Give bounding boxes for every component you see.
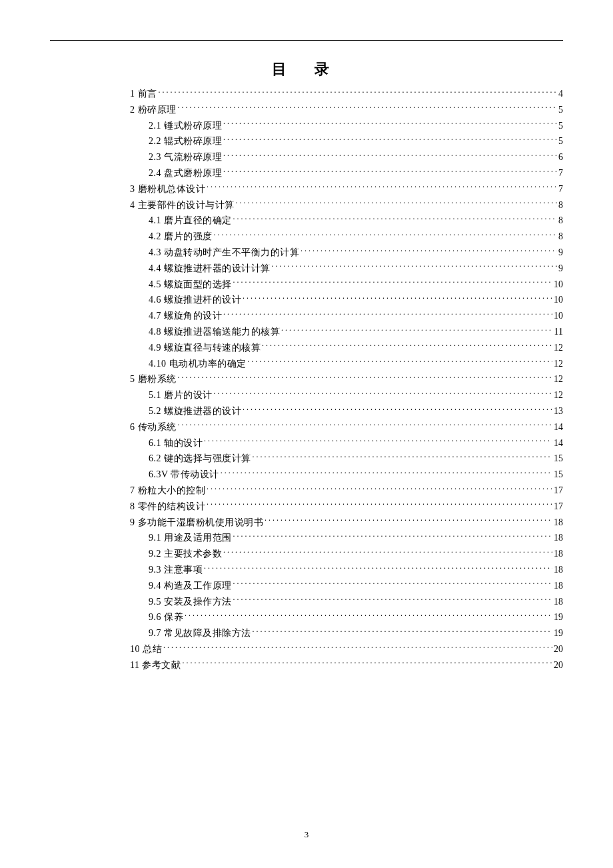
toc-leader-dots [207, 183, 557, 192]
toc-entry[interactable]: 4.10 电动机功率的确定12 [130, 356, 563, 372]
toc-leader-dots [223, 135, 557, 144]
toc-entry[interactable]: 2.1 锤式粉碎原理5 [130, 118, 563, 134]
toc-entry[interactable]: 4.9 螺旋直径与转速的核算12 [130, 340, 563, 356]
toc-entry-page: 14 [554, 419, 563, 435]
toc-leader-dots [163, 643, 552, 652]
page-number: 3 [0, 829, 613, 840]
toc-entry[interactable]: 2.3 气流粉碎原理6 [130, 149, 563, 165]
toc-entry[interactable]: 6 传动系统14 [130, 419, 563, 435]
toc-entry[interactable]: 9.3 注意事项18 [130, 562, 563, 578]
toc-entry-label: 3 磨粉机总体设计 [130, 181, 205, 197]
toc-leader-dots [253, 627, 553, 636]
toc-entry[interactable]: 9.7 常见故障及排除方法19 [130, 625, 563, 641]
toc-entry[interactable]: 9.6 保养19 [130, 609, 563, 625]
toc-leader-dots [265, 516, 552, 525]
toc-leader-dots [223, 167, 557, 176]
toc-entry-label: 9.7 常见故障及排除方法 [149, 625, 251, 641]
toc-entry[interactable]: 9.4 构造及工作原理18 [130, 578, 563, 594]
toc-entry[interactable]: 4.4 螺旋推进杆器的设计计算9 [130, 261, 563, 277]
toc-entry[interactable]: 9.5 安装及操作方法18 [130, 594, 563, 610]
toc-entry-label: 2.4 盘式磨粉原理 [149, 165, 222, 181]
toc-entry-label: 4.2 磨片的强度 [149, 229, 213, 245]
toc-leader-dots [236, 199, 558, 208]
toc-entry[interactable]: 4.1 磨片直径的确定8 [130, 213, 563, 229]
toc-leader-dots [204, 437, 552, 446]
toc-entry[interactable]: 11 参考文献20 [130, 657, 563, 673]
toc-entry-label: 2.3 气流粉碎原理 [149, 149, 222, 165]
toc-entry-page: 7 [558, 181, 563, 197]
toc-entry-page: 5 [558, 102, 563, 118]
toc-leader-dots [223, 309, 552, 319]
toc-entry-page: 18 [554, 578, 563, 594]
toc-leader-dots [243, 293, 552, 303]
toc-leader-dots [214, 389, 553, 398]
toc-leader-dots [281, 325, 553, 335]
toc-entry[interactable]: 4.2 磨片的强度8 [130, 229, 563, 245]
toc-entry[interactable]: 10 总结20 [130, 641, 563, 657]
toc-entry[interactable]: 9 多功能干湿磨粉机使用说明书18 [130, 515, 563, 531]
toc-entry-label: 4.4 螺旋推进杆器的设计计算 [149, 261, 271, 277]
toc-entry[interactable]: 3 磨粉机总体设计7 [130, 181, 563, 197]
toc-entry[interactable]: 4.3 动盘转动时产生不平衡力的计算9 [130, 245, 563, 261]
toc-entry[interactable]: 2 粉碎原理5 [130, 102, 563, 118]
toc-leader-dots [233, 579, 553, 589]
toc-entry-page: 11 [554, 324, 563, 340]
toc-entry-label: 4.9 螺旋直径与转速的核算 [149, 340, 261, 356]
toc-entry[interactable]: 8 零件的结构设计17 [130, 499, 563, 515]
toc-entry[interactable]: 5.2 螺旋推进器的设计13 [130, 403, 563, 419]
toc-entry-label: 9.1 用途及适用范围 [149, 530, 232, 546]
toc-entry-page: 15 [554, 451, 563, 467]
toc-entry[interactable]: 6.1 轴的设计14 [130, 435, 563, 451]
toc-entry-page: 10 [554, 277, 563, 293]
toc-entry-label: 9.3 注意事项 [149, 562, 203, 578]
toc-entry[interactable]: 5.1 磨片的设计12 [130, 387, 563, 403]
toc-entry-page: 5 [558, 133, 563, 149]
toc-entry-label: 4.10 电动机功率的确定 [149, 356, 247, 372]
document-page: 目 录 1 前言42 粉碎原理52.1 锤式粉碎原理52.2 辊式粉碎原理52.… [0, 0, 613, 673]
toc-entry[interactable]: 1 前言4 [130, 86, 563, 102]
toc-entry-page: 10 [554, 308, 563, 324]
toc-entry[interactable]: 6.2 键的选择与强度计算15 [130, 451, 563, 467]
toc-entry-page: 18 [554, 546, 563, 562]
toc-entry-label: 11 参考文献 [130, 657, 181, 673]
toc-entry[interactable]: 4.8 螺旋推进器输送能力的核算11 [130, 324, 563, 340]
toc-leader-dots [178, 421, 553, 430]
toc-entry[interactable]: 4.7 螺旋角的设计10 [130, 308, 563, 324]
toc-entry[interactable]: 6.3V 带传动设计15 [130, 467, 563, 483]
toc-leader-dots [253, 452, 553, 461]
toc-entry-page: 12 [554, 371, 563, 387]
toc-entry[interactable]: 7 粉粒大小的控制17 [130, 483, 563, 499]
toc-entry[interactable]: 4.6 螺旋推进杆的设计10 [130, 292, 563, 308]
toc-entry-page: 12 [554, 340, 563, 356]
header-rule [50, 40, 563, 41]
toc-leader-dots [301, 246, 557, 255]
toc-entry[interactable]: 2.2 辊式粉碎原理5 [130, 133, 563, 149]
toc-entry-label: 6.3V 带传动设计 [149, 467, 219, 483]
toc-leader-dots [207, 484, 552, 493]
toc-entry[interactable]: 2.4 盘式磨粉原理7 [130, 165, 563, 181]
toc-entry[interactable]: 4 主要部件的设计与计算8 [130, 197, 563, 213]
toc-entry[interactable]: 4.5 螺旋面型的选择10 [130, 277, 563, 293]
toc-entry[interactable]: 9.1 用途及适用范围18 [130, 530, 563, 546]
toc-entry-page: 5 [558, 118, 563, 134]
toc-entry-label: 4.7 螺旋角的设计 [149, 308, 222, 324]
toc-title: 目 录 [50, 59, 563, 79]
toc-entry-page: 19 [554, 625, 563, 641]
toc-entry-page: 4 [558, 86, 563, 102]
toc-leader-dots [243, 405, 552, 414]
toc-leader-dots [223, 119, 557, 129]
toc-entry[interactable]: 9.2 主要技术参数18 [130, 546, 563, 562]
toc-entry-label: 4.1 磨片直径的确定 [149, 213, 232, 229]
toc-entry-page: 10 [554, 292, 563, 308]
toc-entry-label: 7 粉粒大小的控制 [130, 483, 205, 499]
toc-leader-dots [221, 468, 552, 477]
toc-entry-label: 9.4 构造及工作原理 [149, 578, 232, 594]
toc-entry-label: 10 总结 [130, 641, 162, 657]
toc-entry-label: 9 多功能干湿磨粉机使用说明书 [130, 515, 263, 531]
toc-entry-label: 5 磨粉系统 [130, 371, 177, 387]
toc-leader-dots [233, 531, 553, 541]
toc-entry-page: 15 [554, 467, 563, 483]
toc-entry[interactable]: 5 磨粉系统12 [130, 371, 563, 387]
toc-entry-label: 2 粉碎原理 [130, 102, 177, 118]
toc-leader-dots [223, 547, 552, 557]
